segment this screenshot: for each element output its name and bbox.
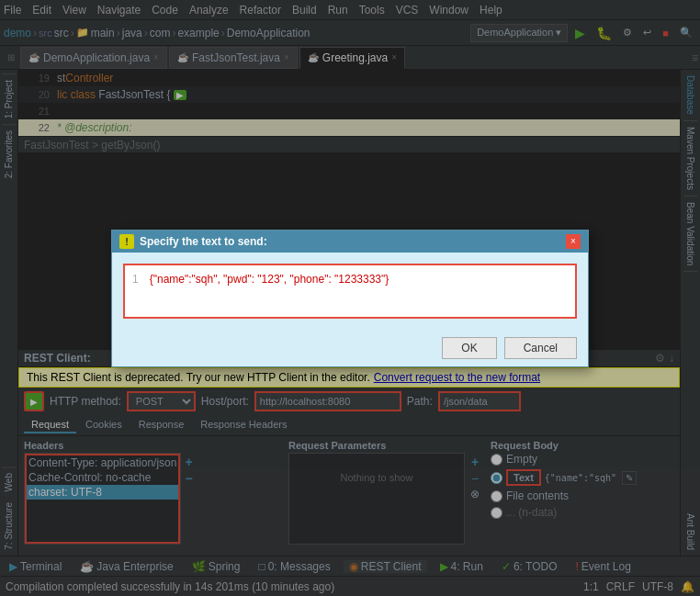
- modal-title-text: Specify the text to send:: [140, 235, 267, 248]
- modal-content-text: {"name":"sqh", "pwd": "123", "phone": "1…: [150, 273, 390, 309]
- modal-icon: !: [119, 234, 134, 249]
- modal-editor[interactable]: 1 {"name":"sqh", "pwd": "123", "phone": …: [123, 264, 577, 319]
- modal-body: 1 {"name":"sqh", "pwd": "123", "phone": …: [112, 253, 588, 330]
- modal-dialog: ! Specify the text to send: × 1 {"name":…: [111, 230, 589, 367]
- modal-line-num: 1: [132, 273, 139, 309]
- modal-title-area: ! Specify the text to send:: [119, 234, 267, 249]
- modal-close-button[interactable]: ×: [566, 234, 581, 249]
- modal-footer: OK Cancel: [112, 330, 588, 366]
- modal-titlebar: ! Specify the text to send: ×: [112, 231, 588, 253]
- modal-cancel-button[interactable]: Cancel: [504, 337, 577, 359]
- modal-overlay: ! Specify the text to send: × 1 {"name":…: [0, 0, 700, 596]
- modal-ok-button[interactable]: OK: [442, 337, 496, 359]
